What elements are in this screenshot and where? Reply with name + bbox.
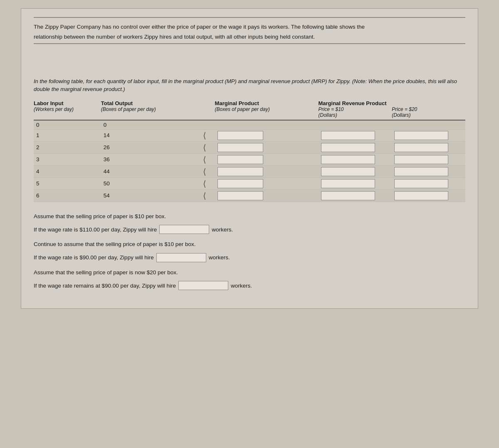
arrow-cell-1: ⟨ xyxy=(194,129,215,141)
assume-price10-text: Assume that the selling price of paper i… xyxy=(34,212,465,221)
table-row: 5 50 ⟨ xyxy=(34,177,465,190)
labor-value: 6 xyxy=(34,190,101,202)
mrp10-cell-6 xyxy=(319,190,392,202)
arrow-subheader-spacer xyxy=(194,106,215,120)
mp-input-3[interactable] xyxy=(217,155,263,164)
mrp20-cell-6 xyxy=(392,190,465,202)
intro-text-1: The Zippy Paper Company has no control o… xyxy=(34,23,465,31)
main-container: The Zippy Paper Company has no control o… xyxy=(21,8,478,309)
labor-value: 3 xyxy=(34,153,101,165)
mp-input-6[interactable] xyxy=(217,191,263,200)
mrp-price10-subheader: Price = $10 (Dollars) xyxy=(319,106,392,120)
question-3-line: If the wage rate remains at $90.00 per d… xyxy=(34,281,465,290)
mrp20-input-6[interactable] xyxy=(394,191,448,200)
arrow-header-spacer xyxy=(194,100,215,106)
mp-cell-5 xyxy=(215,177,319,190)
output-value: 50 xyxy=(101,177,194,190)
q2-suffix: workers. xyxy=(209,254,230,261)
intro-text-2: relationship between the number of worke… xyxy=(34,33,465,41)
labor-value: 5 xyxy=(34,177,101,190)
labor-value: 2 xyxy=(34,141,101,153)
mp-cell-0 xyxy=(215,120,319,130)
table-row: 6 54 ⟨ xyxy=(34,190,465,202)
mp-input-2[interactable] xyxy=(217,143,263,152)
mp-input-4[interactable] xyxy=(217,167,263,176)
instructions-text: In the following table, for each quantit… xyxy=(34,77,465,94)
mrp-header: Marginal Revenue Product xyxy=(319,100,466,106)
labor-value: 4 xyxy=(34,165,101,177)
mrp20-input-1[interactable] xyxy=(394,131,448,140)
mrp20-cell-0 xyxy=(392,120,465,130)
mrp10-input-1[interactable] xyxy=(321,131,375,140)
mrp20-input-4[interactable] xyxy=(394,167,448,176)
continue-assume-text: Continue to assume that the selling pric… xyxy=(34,240,465,249)
top-rule xyxy=(34,17,465,18)
output-value: 54 xyxy=(101,190,194,202)
labor-subheader: (Workers per day) xyxy=(34,106,101,120)
assume-price20-text: Assume that the selling price of paper i… xyxy=(34,268,465,277)
q3-suffix: workers. xyxy=(231,283,252,289)
table-row: 3 36 ⟨ xyxy=(34,153,465,165)
labor-header: Labor Input xyxy=(34,100,101,106)
question-2-line: If the wage rate is $90.00 per day, Zipp… xyxy=(34,253,465,262)
q3-answer-input[interactable] xyxy=(178,281,228,290)
labor-value: 1 xyxy=(34,129,101,141)
q2-prefix: If the wage rate is $90.00 per day, Zipp… xyxy=(34,254,154,261)
spacer xyxy=(34,52,465,77)
mrp10-cell-5 xyxy=(319,177,392,190)
mp-cell-4 xyxy=(215,165,319,177)
question-1-line: If the wage rate is $110.00 per day, Zip… xyxy=(34,225,465,234)
mrp20-cell-3 xyxy=(392,153,465,165)
mrp10-input-5[interactable] xyxy=(321,179,375,188)
mp-cell-1 xyxy=(215,129,319,141)
arrow-cell-4: ⟨ xyxy=(194,165,215,177)
arrow-cell-6: ⟨ xyxy=(194,190,215,202)
mrp20-cell-5 xyxy=(392,177,465,190)
mrp10-cell-0 xyxy=(319,120,392,130)
mp-input-1[interactable] xyxy=(217,131,263,140)
table-row: 4 44 ⟨ xyxy=(34,165,465,177)
table-row: 2 26 ⟨ xyxy=(34,141,465,153)
output-value: 36 xyxy=(101,153,194,165)
arrow-cell-3: ⟨ xyxy=(194,153,215,165)
output-value: 14 xyxy=(101,129,194,141)
table-row: 1 14 ⟨ xyxy=(34,129,465,141)
mp-cell-2 xyxy=(215,141,319,153)
mrp20-input-5[interactable] xyxy=(394,179,448,188)
mrp10-cell-4 xyxy=(319,165,392,177)
q3-prefix: If the wage rate remains at $90.00 per d… xyxy=(34,283,176,289)
output-header: Total Output xyxy=(101,100,194,106)
output-value: 0 xyxy=(101,120,194,130)
mrp10-input-3[interactable] xyxy=(321,155,375,164)
mrp20-input-2[interactable] xyxy=(394,143,448,152)
output-value: 26 xyxy=(101,141,194,153)
data-table: Labor Input Total Output Marginal Produc… xyxy=(34,100,465,202)
mp-header: Marginal Product xyxy=(215,100,319,106)
arrow-cell-0 xyxy=(194,120,215,130)
mrp10-cell-3 xyxy=(319,153,392,165)
bottom-rule xyxy=(34,43,465,44)
q1-prefix: If the wage rate is $110.00 per day, Zip… xyxy=(34,226,157,233)
output-value: 44 xyxy=(101,165,194,177)
mrp10-cell-2 xyxy=(319,141,392,153)
mrp10-cell-1 xyxy=(319,129,392,141)
mrp20-input-3[interactable] xyxy=(394,155,448,164)
mp-subheader: (Boxes of paper per day) xyxy=(215,106,319,120)
table-row: 0 0 xyxy=(34,120,465,130)
output-subheader: (Boxes of paper per day) xyxy=(101,106,194,120)
mrp10-input-2[interactable] xyxy=(321,143,375,152)
mp-input-5[interactable] xyxy=(217,179,263,188)
q1-answer-input[interactable] xyxy=(159,225,209,234)
arrow-cell-5: ⟨ xyxy=(194,177,215,190)
mrp10-input-4[interactable] xyxy=(321,167,375,176)
mrp10-input-6[interactable] xyxy=(321,191,375,200)
arrow-cell-2: ⟨ xyxy=(194,141,215,153)
q2-answer-input[interactable] xyxy=(156,253,206,262)
mrp-price20-subheader: Price = $20 (Dollars) xyxy=(392,106,465,120)
labor-value: 0 xyxy=(34,120,101,130)
q1-suffix: workers. xyxy=(212,226,233,233)
mrp20-cell-2 xyxy=(392,141,465,153)
mp-cell-3 xyxy=(215,153,319,165)
mp-cell-6 xyxy=(215,190,319,202)
data-table-wrapper: Labor Input Total Output Marginal Produc… xyxy=(34,100,465,202)
